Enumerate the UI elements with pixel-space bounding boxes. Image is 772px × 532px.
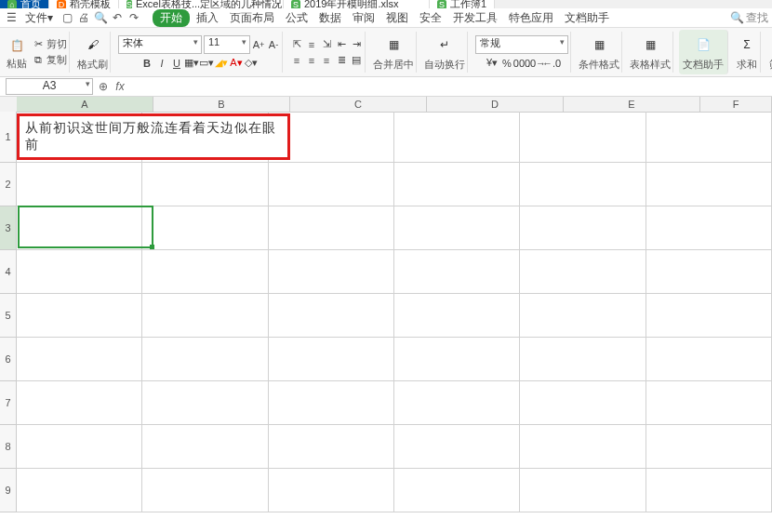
currency-icon[interactable]: ¥▾ (486, 57, 499, 70)
tab-dochelper[interactable]: 文档助手 (560, 10, 614, 25)
sigma-icon[interactable]: Σ (736, 33, 758, 56)
col-header-B[interactable]: B (153, 97, 290, 112)
cut-button[interactable]: ✂剪切 (32, 37, 67, 51)
percent-icon[interactable]: % (500, 57, 513, 70)
paste-icon[interactable]: 📋 (6, 34, 28, 57)
font-color-icon[interactable]: A▾ (230, 57, 243, 70)
align-left-icon[interactable]: ≡ (290, 54, 303, 67)
row-headers: 1 2 3 4 5 6 7 8 9 (0, 112, 17, 512)
col-header-A[interactable]: A (17, 97, 153, 112)
copy-icon: ⧉ (32, 54, 45, 67)
doc-tab-home[interactable]: ⌂首页 (0, 0, 49, 8)
highlight-icon[interactable]: ◢▾ (215, 57, 228, 70)
tblstyle-icon[interactable]: ▦ (639, 33, 661, 56)
funnel-icon[interactable]: ▽ (768, 33, 772, 56)
tab-special[interactable]: 特色应用 (504, 10, 558, 25)
inc-decimal-icon[interactable]: .0→ (530, 57, 543, 70)
doc-tab-sheet3[interactable]: S工作簿1 (430, 0, 495, 8)
indent-dec-icon[interactable]: ⇤ (335, 38, 348, 51)
name-box[interactable]: A3 (6, 78, 93, 95)
tab-insert[interactable]: 插入 (192, 10, 223, 25)
sheet-icon: S (126, 0, 132, 8)
row-header-7[interactable]: 7 (0, 381, 17, 425)
col-header-C[interactable]: C (290, 97, 427, 112)
align-mid-icon[interactable]: ≡ (305, 38, 318, 51)
tab-start[interactable]: 开始 (153, 9, 190, 27)
bold-button[interactable]: B (140, 57, 153, 70)
align-justify-icon[interactable]: ≣ (335, 54, 348, 67)
orientation-icon[interactable]: ▤ (350, 54, 363, 67)
doc-tab-sheet2[interactable]: S2019年开模明细.xlsx (284, 0, 430, 8)
tab-devtools[interactable]: 开发工具 (448, 10, 502, 25)
tab-review[interactable]: 审阅 (348, 10, 379, 25)
goto-icon[interactable]: ⊕ (97, 80, 110, 93)
row-header-9[interactable]: 9 (0, 469, 17, 512)
italic-button[interactable]: I (155, 57, 168, 70)
tab-view[interactable]: 视图 (381, 10, 413, 25)
row-header-3[interactable]: 3 (0, 206, 17, 250)
row-header-8[interactable]: 8 (0, 425, 17, 469)
doc-tab-sheet1[interactable]: SExcel表格技...定区域的几种情况 (119, 0, 284, 8)
formula-input[interactable] (130, 79, 766, 94)
format-painter-icon[interactable]: 🖌 (82, 33, 104, 56)
row-header-4[interactable]: 4 (0, 250, 17, 294)
condfmt-icon[interactable]: ▦ (588, 33, 610, 56)
col-header-F[interactable]: F (700, 97, 772, 112)
sheet-icon: S (291, 0, 300, 8)
qat-redo-icon[interactable]: ↷ (126, 10, 141, 25)
tab-formula[interactable]: 公式 (281, 10, 313, 25)
grp-font: 宋体 11 A+ A- B I U ▦▾ ▭▾ ◢▾ A▾ ◇▾ (116, 32, 283, 73)
font-size-select[interactable]: 11 (204, 35, 250, 54)
col-header-E[interactable]: E (564, 97, 700, 112)
cell-a1-highlighted[interactable]: 从前初识这世间万般流连看着天边似在眼前 (17, 113, 290, 160)
column-headers: A B C D E F (17, 97, 772, 113)
tab-data[interactable]: 数据 (314, 10, 346, 25)
grp-sum: Σ 求和 (734, 32, 761, 73)
align-center-icon[interactable]: ≡ (305, 54, 318, 67)
docasst-icon[interactable]: 📄 (692, 33, 714, 56)
indent-inc-icon[interactable]: ⇥ (350, 38, 363, 51)
col-header-D[interactable]: D (427, 97, 564, 112)
increase-font-icon[interactable]: A+ (252, 38, 265, 51)
tab-security[interactable]: 安全 (415, 10, 446, 25)
doc-tab-template[interactable]: D稻壳模板 (49, 0, 119, 8)
row-header-1[interactable]: 1 (0, 112, 17, 163)
clear-fmt-icon[interactable]: ◇▾ (245, 57, 258, 70)
grp-tblstyle: ▦ 表格样式 (628, 32, 673, 73)
qat-save-icon[interactable]: ▢ (60, 10, 74, 25)
hamburger-icon[interactable]: ☰ (4, 10, 19, 25)
qat-print-icon[interactable]: 🖨 (76, 10, 91, 25)
decrease-font-icon[interactable]: A- (267, 38, 280, 51)
align-right-icon[interactable]: ≡ (320, 54, 333, 67)
qat-undo-icon[interactable]: ↶ (110, 10, 125, 25)
wrap-icon[interactable]: ↵ (433, 33, 456, 56)
cell-fill-icon[interactable]: ▭▾ (200, 57, 213, 70)
quick-find[interactable]: 🔍查找 (730, 10, 768, 26)
cells-area[interactable]: 从前初识这世间万般流连看着天边似在眼前 (17, 112, 772, 532)
paste-label: 粘贴 (7, 57, 27, 71)
row-header-6[interactable]: 6 (0, 338, 17, 381)
qat-preview-icon[interactable]: 🔍 (93, 10, 108, 25)
border-button[interactable]: ▦▾ (185, 57, 198, 70)
row-header-5[interactable]: 5 (0, 294, 17, 338)
dec-decimal-icon[interactable]: ←.0 (545, 57, 558, 70)
comma-icon[interactable]: 000 (515, 57, 528, 70)
doc-tab-label: 工作簿1 (450, 0, 486, 8)
file-menu[interactable]: 文件▾ (20, 10, 58, 25)
align-top-icon[interactable]: ⇱ (290, 38, 303, 51)
merge-label: 合并居中 (373, 58, 414, 72)
select-all-corner[interactable] (0, 97, 18, 113)
copy-button[interactable]: ⧉复制 (32, 53, 67, 67)
row-header-2[interactable]: 2 (0, 163, 17, 206)
fx-icon[interactable]: fx (113, 80, 126, 93)
file-label: 文件 (25, 10, 47, 26)
tab-layout[interactable]: 页面布局 (225, 10, 279, 25)
font-name-select[interactable]: 宋体 (118, 35, 202, 54)
underline-button[interactable]: U (170, 57, 183, 70)
merge-icon[interactable]: ▦ (382, 33, 405, 56)
doc-tab-label: 首页 (20, 0, 41, 8)
doc-tab-label: Excel表格技...定区域的几种情况 (136, 0, 282, 8)
align-bot-icon[interactable]: ⇲ (320, 38, 333, 51)
number-format-select[interactable]: 常规 (475, 35, 568, 54)
scissors-icon: ✂ (32, 38, 45, 51)
